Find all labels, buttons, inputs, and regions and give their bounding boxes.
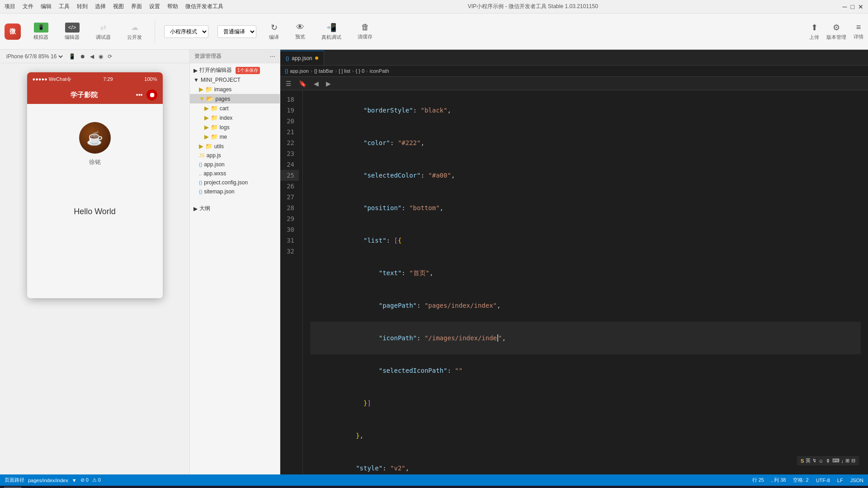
tab-appjson[interactable]: {} app.json [280,51,324,65]
opened-editors-section[interactable]: ▶ 打开的编辑器 1个未保存 [190,65,280,75]
menu-file[interactable]: 文件 [23,3,33,10]
menu-bar[interactable]: 项目 文件 编辑 工具 转到 选择 视图 界面 设置 帮助 微信开发者工具 [5,3,223,10]
file-sitemap[interactable]: {} sitemap.json [190,187,280,196]
restore-button[interactable]: □ [851,3,854,10]
file-appwxss[interactable]: .. app.wxss [190,169,280,178]
file-tree: ▶ 打开的编辑器 1个未保存 ▼ MINI_PROJECT ▶ 📁 images… [190,63,280,474]
details-button[interactable]: ≡ 详情 [854,23,863,40]
menu-devtools[interactable]: 微信开发者工具 [185,3,223,10]
menu-goto[interactable]: 转到 [77,3,88,10]
line-num-25: 25 [280,170,299,181]
editor-bookmark-icon[interactable]: 🔖 [297,79,308,88]
editor-list-icon[interactable]: ☰ [284,79,293,88]
phone-status-bar: ●●●●● WeChat令 7:29 100% [27,72,163,86]
statusbar: 页面路径 pages/index/index ▼ ⊘ 0 ⚠ 0 行 25 , … [0,474,868,486]
statusbar-right: 行 25 , 列 38 空格: 2 UTF-8 LF JSON [752,477,863,483]
menu-interface[interactable]: 界面 [131,3,142,10]
clear-icon: 🗑 [361,23,369,32]
bc-filename: app.json [290,68,309,74]
real-device-button[interactable]: 📲 真机调试 [318,21,345,42]
config-file-icon: {} [199,180,202,185]
folder-utils[interactable]: ▶ 📁 utils [190,141,280,151]
cursor-col: , 列 38 [771,477,786,483]
ime-bar: S 英 ↯ ☺ 🎙 ⌨ ↓ ⊞ ⊟ [797,456,859,465]
menu-edit[interactable]: 编辑 [41,3,52,10]
debugger-icon: ⇄ [96,23,111,33]
preview-button[interactable]: 👁 预览 [292,21,309,42]
editor-back-icon[interactable]: ◀ [312,79,321,88]
menu-settings[interactable]: 设置 [149,3,160,10]
window-controls[interactable]: ─ □ ✕ [843,3,863,10]
line-num-20: 20 [280,116,299,127]
line-num-22: 22 [280,137,299,148]
code-line-23: "text": "首页", [310,257,861,289]
version-button[interactable]: ⚙ 版本管理 [826,23,846,41]
code-content[interactable]: "borderStyle": "black", "color": "#222",… [303,90,868,474]
file-appjs[interactable]: JS app.js [190,151,280,160]
ime-icon-4: ⌨ [832,458,840,464]
minimize-button[interactable]: ─ [843,3,847,10]
menu-tools[interactable]: 工具 [59,3,70,10]
folder-pages[interactable]: ▼ 📂 pages [190,94,280,103]
editor-button[interactable]: </> 编辑器 [61,21,83,42]
debugger-button[interactable]: ⇄ 调试器 [92,21,114,42]
close-button[interactable]: ✕ [858,3,863,10]
menu-select[interactable]: 选择 [95,3,106,10]
folder-index[interactable]: ▶ 📁 index [190,113,280,122]
refresh-button[interactable]: ↻ 编译 [265,21,283,42]
home-icon[interactable]: ◉ [99,53,103,60]
page-path-value[interactable]: pages/index/index [28,478,68,483]
avatar-image: ☕ [86,130,103,146]
file-appjs-label: app.js [207,152,221,159]
rotate-icon[interactable]: ⟳ [108,53,112,60]
hello-text: Hello World [74,207,116,216]
file-panel-header: 资源管理器 ⋯ [190,50,280,63]
folder-cart[interactable]: ▶ 📁 cart [190,103,280,113]
menu-view[interactable]: 视图 [113,3,124,10]
version-icon: ⚙ [833,23,840,33]
code-area[interactable]: 18 19 20 21 22 23 24 25 26 27 28 29 30 3… [280,90,868,474]
username-text: 徐铭 [89,158,101,166]
wxss-file-icon: .. [199,171,202,176]
folder-logs-label: logs [220,124,230,131]
record-icon[interactable]: ⏺ [80,53,85,60]
folder-images[interactable]: ▶ 📁 images [190,84,280,94]
bc-sep3: › [352,68,354,74]
bc-file: {} [285,68,288,74]
folder-index-icon: ▶ 📁 [204,114,218,121]
line-numbers: 18 19 20 21 22 23 24 25 26 27 28 29 30 3… [280,90,303,474]
file-panel-menu-icon[interactable]: ⋯ [270,53,275,60]
folder-logs[interactable]: ▶ 📁 logs [190,122,280,132]
indent-info: 空格: 2 [793,477,808,483]
menu-help[interactable]: 帮助 [167,3,178,10]
device-select[interactable]: iPhone 6/7/8 85% 16 [5,53,64,60]
folder-open-icon: ▼ 📂 [199,95,213,102]
simulator-panel: iPhone 6/7/8 85% 16 📱 ⏺ ◀ ◉ ⟳ ●●●●● WeCh… [0,50,190,474]
back-icon[interactable]: ◀ [90,53,94,60]
mode-select[interactable]: 小程序模式 [164,25,208,38]
compile-select[interactable]: 普通编译 [217,25,256,38]
phone-icon: 📲 [326,23,336,33]
simulator-button[interactable]: 📱 模拟器 [30,21,52,42]
outline-section[interactable]: ▶ 大纲 [190,203,280,214]
upload-button[interactable]: ⬆ 上传 [809,23,819,41]
folder-cart-label: cart [220,105,229,112]
clear-cache-button[interactable]: 🗑 清缓存 [354,21,376,42]
outline-header[interactable]: ▶ 大纲 [190,203,280,214]
statusbar-menu[interactable]: ▼ [72,478,77,483]
phone-nav-bar: 学子影院 ••• ⏺ [27,86,163,104]
code-line-20: "selectedColor": "#a00", [310,159,861,192]
folder-me[interactable]: ▶ 📁 me [190,132,280,141]
line-num-30: 30 [280,224,299,235]
cloud-button[interactable]: ☁ 云开发 [123,21,146,42]
line-num-18: 18 [280,94,299,105]
ime-icon-6: ⊞ [845,458,849,464]
statusbar-left: 页面路径 pages/index/index ▼ ⊘ 0 ⚠ 0 [5,477,101,483]
titlebar: 项目 文件 编辑 工具 转到 选择 视图 界面 设置 帮助 微信开发者工具 VI… [0,0,868,14]
project-root[interactable]: ▼ MINI_PROJECT [190,75,280,84]
menu-project[interactable]: 项目 [5,3,15,10]
file-appjson[interactable]: {} app.json [190,160,280,169]
carrier-text: ●●●●● WeChat令 [33,76,72,83]
file-projectconfig[interactable]: {} project.config.json [190,178,280,187]
editor-forward-icon[interactable]: ▶ [324,79,333,88]
